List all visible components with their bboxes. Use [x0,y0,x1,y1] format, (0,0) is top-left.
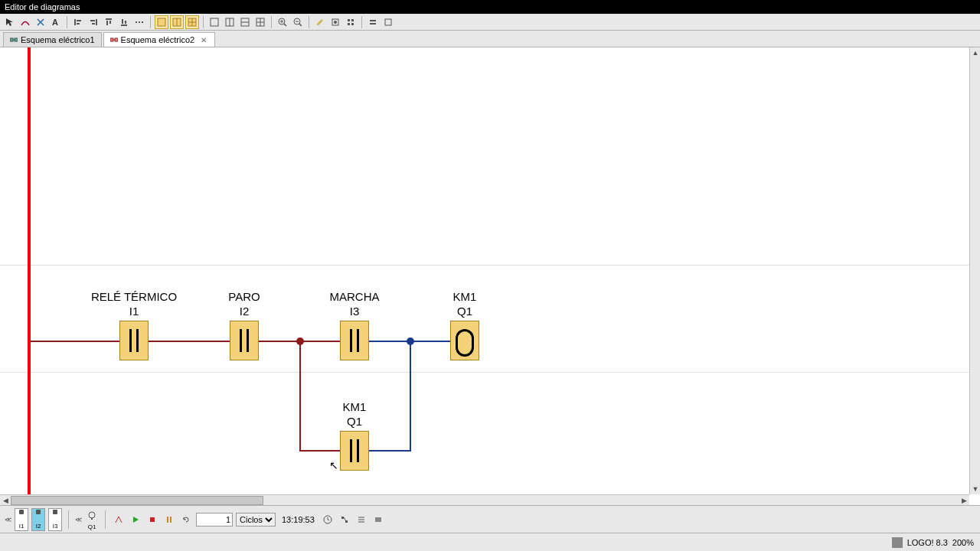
grid-yellow1-icon[interactable] [155,15,168,29]
status-zoom: 200% [952,538,974,547]
svg-rect-7 [106,18,112,20]
list-icon[interactable] [354,513,368,527]
align-top-icon[interactable] [102,15,116,29]
component-rele-termico[interactable]: RELÉ TÉRMICO I1 [84,290,184,360]
window2-icon[interactable] [223,15,237,29]
zoom-in-icon[interactable] [276,15,289,29]
input-i1[interactable]: I1 [15,508,28,531]
bulb-icon[interactable] [85,509,99,523]
junction-node [407,337,414,345]
component-km1-contact[interactable]: KM1 Q1 [328,400,381,471]
zoom-out-icon[interactable] [291,15,305,29]
svg-rect-13 [136,21,137,23]
distribute-icon[interactable] [132,15,146,29]
pause-icon[interactable] [162,513,176,527]
pencil-icon[interactable] [313,15,327,29]
svg-rect-3 [77,23,80,24]
clock-icon[interactable] [321,513,335,527]
svg-rect-41 [348,23,350,25]
svg-rect-53 [91,518,93,520]
power-rail [28,47,31,505]
input-i2[interactable]: I2 [31,508,45,531]
component-ref: I3 [317,305,392,318]
collapse-icon[interactable]: ≪ [5,516,11,523]
vertical-scrollbar[interactable]: ▲ ▼ [969,47,980,494]
svg-rect-46 [10,38,13,41]
tool1-icon[interactable] [328,15,342,29]
svg-rect-45 [385,19,391,25]
svg-line-31 [284,24,286,26]
component-name: KM1 [438,290,492,303]
window3-icon[interactable] [238,15,252,29]
tab-esquema-1[interactable]: Esquema eléctrico1 [3,32,102,47]
svg-rect-11 [122,19,123,24]
junction-node [296,337,304,345]
horizontal-scrollbar[interactable]: ◀ ▶ [0,494,969,505]
scroll-up-icon[interactable]: ▲ [970,47,980,58]
grid-yellow2-icon[interactable] [170,15,184,29]
svg-rect-55 [167,517,168,523]
align-right-icon[interactable] [87,15,100,29]
svg-rect-49 [110,38,113,41]
component-ref: Q1 [438,305,492,318]
close-icon[interactable]: ✕ [201,36,208,44]
text-icon[interactable]: A [49,15,63,29]
scroll-down-icon[interactable]: ▼ [970,484,980,494]
svg-line-62 [344,517,346,521]
cut-wire-icon[interactable] [34,15,47,29]
window1-icon[interactable] [207,15,221,29]
net-icon[interactable] [338,513,351,527]
connect-icon[interactable] [18,15,32,29]
tab-label: Esquema eléctrico1 [21,35,95,44]
svg-rect-12 [125,21,126,24]
canvas-area: RELÉ TÉRMICO I1 PARO I2 MARCHA I3 KM1 Q1… [0,47,980,505]
window-title: Editor de diagramas [0,0,980,14]
svg-rect-22 [211,18,218,26]
component-name: MARCHA [317,290,392,303]
tool2-icon[interactable] [344,15,358,29]
status-product: LOGO! 8.3 [907,538,948,547]
cycles-input[interactable] [196,513,233,527]
tool3-icon[interactable] [381,15,395,29]
svg-rect-8 [106,21,108,25]
block-icon[interactable] [371,513,385,527]
align-bottom-icon[interactable] [117,15,131,29]
cycles-select[interactable]: Ciclos [236,513,276,527]
pointer-icon[interactable] [3,15,17,29]
diagram-icon [10,36,18,44]
svg-rect-39 [348,19,350,21]
svg-point-38 [334,21,337,24]
component-marcha[interactable]: MARCHA I3 [317,290,392,360]
svg-rect-54 [150,517,155,522]
stop-icon[interactable] [145,513,159,527]
tab-esquema-2[interactable]: Esquema eléctrico2 ✕ [103,32,216,47]
tab-bar: Esquema eléctrico1 Esquema eléctrico2 ✕ [0,31,980,47]
output-label: Q1 [88,523,96,530]
sim-tool-icon[interactable] [112,513,126,527]
grid-yellow3-icon[interactable] [185,15,199,29]
collapse-icon[interactable]: ≪ [75,516,82,523]
scroll-thumb[interactable] [11,496,263,505]
svg-rect-16 [158,18,165,26]
input-i3[interactable]: I3 [48,508,62,531]
svg-point-52 [89,512,95,518]
refresh-icon[interactable] [179,513,193,527]
component-ref: Q1 [328,415,381,428]
svg-rect-2 [77,20,81,21]
diagram-canvas[interactable]: RELÉ TÉRMICO I1 PARO I2 MARCHA I3 KM1 Q1… [0,47,980,505]
status-bar: LOGO! 8.3 200% [0,533,980,551]
settings-icon[interactable] [366,15,380,29]
component-paro[interactable]: PARO I2 [214,290,274,360]
svg-line-35 [299,24,302,26]
component-ref: I1 [84,305,184,318]
scroll-right-icon[interactable]: ▶ [959,495,969,506]
component-km1-coil[interactable]: KM1 Q1 [438,290,492,360]
diagram-icon [110,36,118,44]
window4-icon[interactable] [253,15,267,29]
svg-rect-15 [142,21,143,23]
scroll-left-icon[interactable]: ◀ [0,495,11,506]
component-ref: I2 [214,305,274,318]
play-icon[interactable] [129,513,142,527]
align-left-icon[interactable] [71,15,85,29]
svg-rect-43 [370,20,376,21]
